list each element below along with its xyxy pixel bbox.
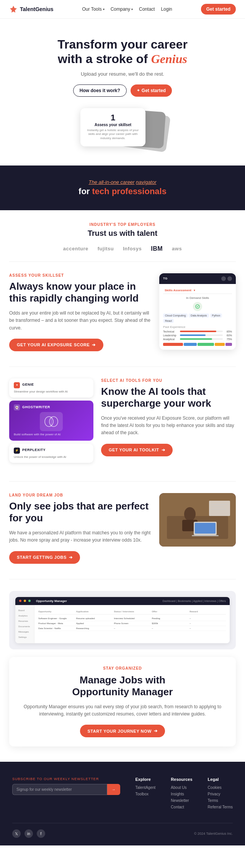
opp-sidebar: Board Analytics Resumes Documents Messag… xyxy=(15,605,34,643)
aitools-title: Know the AI tools that supercharge your … xyxy=(101,386,236,409)
skills-subtitle: In Demand Skills xyxy=(163,296,232,300)
jobs-text: LAND YOUR DREAM JOB Only see jobs that a… xyxy=(9,493,152,564)
jobs-image xyxy=(159,493,236,547)
hero-subtitle: Upload your resume, we'll do the rest. xyxy=(23,71,222,77)
get-started-button[interactable]: Get started xyxy=(131,84,172,97)
jobs-body: We have a personalized AI platform that … xyxy=(9,529,152,544)
opp-label: STAY ORGANIZED xyxy=(18,666,227,670)
banner-section: The all-in-one career navigator for tech… xyxy=(0,165,245,210)
aitools-text: SELECT AI TOOLS FOR YOU Know the AI tool… xyxy=(101,378,236,456)
svg-marker-0 xyxy=(10,6,17,13)
nav-login[interactable]: Login xyxy=(161,6,172,12)
opp-body: Opportunity Manager ensures you nail eve… xyxy=(18,703,227,718)
ai-card-genie: ✦ GENIE Streamline your design workflow … xyxy=(9,378,93,397)
logo-fujitsu: fujitsu xyxy=(98,246,114,251)
social-linkedin[interactable]: in xyxy=(24,829,33,838)
newsletter-input[interactable] xyxy=(12,784,107,795)
logo-infosys: Infosys xyxy=(123,246,142,251)
newsletter-submit[interactable]: → xyxy=(107,784,120,795)
nav-company[interactable]: Company ▾ xyxy=(111,6,133,12)
trusted-label: INDUSTRY'S TOP EMPLOYERS xyxy=(9,222,236,227)
jobs-section: LAND YOUR DREAM JOB Only see jobs that a… xyxy=(0,482,245,579)
browser-dot-red xyxy=(19,600,21,602)
table-row: Product Manager - Meta Applied Phone Scr… xyxy=(38,621,226,626)
jobs-title: Only see jobs that are perfect for you xyxy=(9,500,152,524)
hero-section: Transform your career with a stroke of G… xyxy=(0,19,245,165)
footer-link-terms[interactable]: Terms xyxy=(208,798,233,803)
aitools-body: Once you've received your AI Exposure Sc… xyxy=(101,415,236,437)
logo-icon xyxy=(9,5,18,13)
card-desc: Instantly get a holistic analysis of you… xyxy=(85,128,141,140)
skill-bar-technical: Technical 85% xyxy=(163,330,232,333)
social-facebook[interactable]: f xyxy=(37,829,45,838)
footer-link-toolbox[interactable]: Toolbox xyxy=(136,792,156,796)
footer-link-about[interactable]: About Us xyxy=(171,785,192,790)
skills-divider: Past Experience xyxy=(163,325,232,329)
footer-links: Explore TalentAgent Toolbox Resources Ab… xyxy=(136,777,233,811)
sidebar-settings: Settings xyxy=(17,635,33,639)
table-row: Software Engineer - Google Resume upload… xyxy=(38,616,226,621)
logo[interactable]: TalentGenius xyxy=(9,5,54,13)
footer-link-contact[interactable]: Contact xyxy=(171,805,192,809)
footer-legal: Legal Cookies Privacy Terms Referral Ter… xyxy=(208,777,233,811)
nav-contact[interactable]: Contact xyxy=(139,6,155,12)
card-front: 1 Assess your skillset Instantly get a h… xyxy=(80,108,145,146)
brain-visual xyxy=(40,412,63,431)
opp-main: Opportunity Application Status / Intervi… xyxy=(34,605,230,643)
social-links: 𝕏 in f xyxy=(12,829,45,838)
skills-card-title: Skills Assessment ▾ xyxy=(163,288,232,294)
footer-link-privacy[interactable]: Privacy xyxy=(208,792,233,796)
nav-links: Our Tools ▾ Company ▾ Contact Login xyxy=(82,6,172,12)
svg-point-3 xyxy=(49,417,58,427)
newsletter-label: SUBSCRIBE TO OUR WEEKLY NEWSLETTER xyxy=(12,777,120,781)
footer-link-referral[interactable]: Referral Terms xyxy=(208,805,233,809)
nav-our-tools[interactable]: Our Tools ▾ xyxy=(82,6,105,12)
navbar: TalentGenius Our Tools ▾ Company ▾ Conta… xyxy=(0,0,245,19)
browser-bar: Opportunity Manager Dashboard | Bookmark… xyxy=(15,597,230,605)
footer-link-newsletter[interactable]: Newsletter xyxy=(171,798,192,803)
skillset-label: ASSESS YOUR SKILLSET xyxy=(9,273,152,277)
browser-tabs: Dashboard | Bookmarks | Applied | Interv… xyxy=(163,600,226,602)
sidebar-resumes: Resumes xyxy=(17,619,33,623)
footer: SUBSCRIBE TO OUR WEEKLY NEWSLETTER → Exp… xyxy=(0,762,245,845)
aitools-cta[interactable]: GET YOUR AI TOOLKIT xyxy=(101,444,173,456)
footer-copyright: © 2024 TalentGenius Inc. xyxy=(194,832,233,836)
skillset-cta[interactable]: GET YOUR AI EXPOSURE SCORE xyxy=(9,339,103,351)
jobs-cta[interactable]: START GETTING JOBS xyxy=(9,551,80,564)
aitools-section: ✦ GENIE Streamline your design workflow … xyxy=(0,367,245,481)
header-dot-1 xyxy=(221,276,226,281)
sidebar-analytics: Analytics xyxy=(17,613,33,618)
footer-link-cookies[interactable]: Cookies xyxy=(208,785,233,790)
nav-get-started[interactable]: Get started xyxy=(201,4,236,15)
social-twitter[interactable]: 𝕏 xyxy=(12,829,21,838)
perp-icon: ⚡ xyxy=(14,448,20,454)
footer-link-insights[interactable]: Insights xyxy=(171,792,192,796)
browser-dot-green xyxy=(28,600,31,602)
trusted-title: Trust us with talent xyxy=(9,229,236,238)
svg-rect-11 xyxy=(209,501,230,516)
skillset-body: Odds are your entire job will not be rep… xyxy=(9,310,152,332)
banner-subtitle: The all-in-one career navigator xyxy=(9,179,236,185)
opp-table-header: Opportunity Application Status / Intervi… xyxy=(38,609,226,615)
logo-accenture: accenture xyxy=(63,246,88,251)
footer-explore: Explore TalentAgent Toolbox xyxy=(136,777,156,811)
skillset-section: ASSESS YOUR SKILLSET Always know your pl… xyxy=(0,262,245,367)
aitools-label: SELECT AI TOOLS FOR YOU xyxy=(101,378,236,383)
genie-icon: ✦ xyxy=(14,382,20,388)
how-it-works-button[interactable]: How does it work? xyxy=(73,84,127,97)
svg-point-6 xyxy=(184,507,196,521)
skill-bar-leadership: Leadership 60% xyxy=(163,334,232,337)
logo-ibm: IBM xyxy=(151,245,163,252)
opp-cta[interactable]: START YOUR JOURNEY NOW xyxy=(80,725,165,737)
sidebar-board: Board xyxy=(17,608,33,613)
logos-row: accenture fujitsu Infosys IBM aws xyxy=(9,245,236,252)
card-title: Assess your skillset xyxy=(85,123,141,127)
skills-tags: Cloud Computing Data Analysis Python Rea… xyxy=(163,313,232,323)
header-dot-2 xyxy=(227,276,232,281)
skillset-card: TG Skills Assessment ▾ In Demand Skills … xyxy=(159,273,236,350)
jobs-label: LAND YOUR DREAM JOB xyxy=(9,493,152,497)
footer-link-talentagent[interactable]: TalentAgent xyxy=(136,785,156,790)
opp-title: Manage Jobs withOpportunity Manager xyxy=(18,674,227,698)
skillset-text: ASSESS YOUR SKILLSET Always know your pl… xyxy=(9,273,152,351)
footer-newsletter: SUBSCRIBE TO OUR WEEKLY NEWSLETTER → xyxy=(12,777,120,811)
